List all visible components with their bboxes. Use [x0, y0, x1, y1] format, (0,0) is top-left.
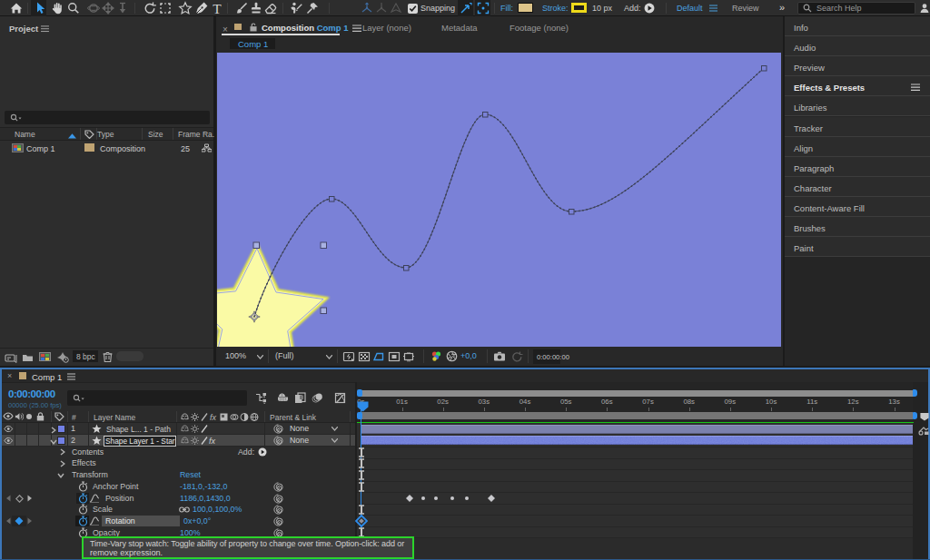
- svg-text:fx: fx: [209, 437, 216, 446]
- svg-text:fx: fx: [210, 412, 217, 421]
- svg-text:T: T: [213, 1, 222, 15]
